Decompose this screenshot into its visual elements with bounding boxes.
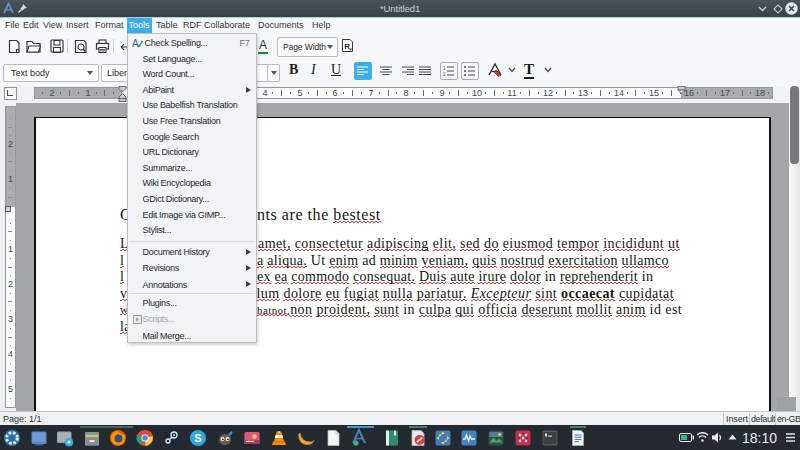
svg-text:2: 2 — [443, 72, 446, 76]
svg-text:R: R — [344, 42, 350, 51]
svg-text:S: S — [194, 432, 201, 444]
svg-text:1: 1 — [443, 66, 446, 71]
svg-text:A: A — [132, 38, 139, 49]
